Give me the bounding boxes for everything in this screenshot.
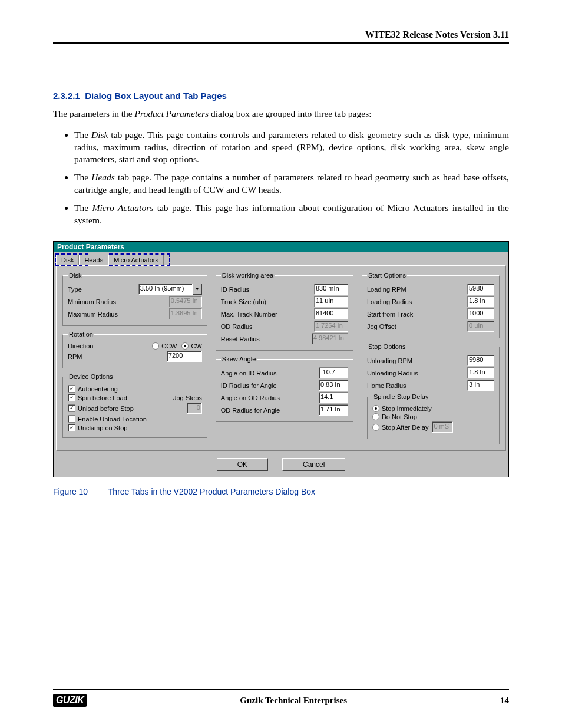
start-legend: Start Options [367, 272, 407, 279]
b1-post: tab page. This page contains controls an… [74, 130, 509, 164]
disk-working-area-fieldset: Disk working area ID Radius830 mIn Track… [216, 272, 353, 351]
jog-steps-label: Jog Steps [173, 394, 202, 401]
od-radius-angle-input[interactable]: 1.71 In [319, 404, 348, 416]
intro-post: dialog box are grouped into three tab pa… [209, 108, 371, 118]
unloading-radius-input[interactable]: 1.8 In [467, 367, 494, 378]
reset-radius-label: Reset Radius [221, 335, 260, 342]
autocentering-checkbox[interactable]: ✓Autocentering [68, 385, 118, 393]
ssd-legend: Spindle Stop Delay [372, 393, 430, 400]
section-number: 2.3.2.1 [53, 91, 80, 101]
stop-immediately-radio[interactable]: Stop Immediately [372, 405, 432, 412]
unloading-rpm-input[interactable]: 5980 [467, 355, 494, 366]
bullet-heads: The Heads tab page. The page contains a … [74, 172, 509, 196]
stop-options-fieldset: Stop Options Unloading RPM5980 Unloading… [362, 343, 500, 444]
bullet-disk: The Disk tab page. This page contains co… [74, 129, 509, 166]
jog-offset-value: 0 uIn [467, 321, 494, 332]
min-radius-value: 0.5475 In [169, 296, 202, 307]
bullet-list: The Disk tab page. This page contains co… [74, 129, 509, 227]
start-track-label: Start from Track [367, 311, 413, 318]
spin-before-label: Spin before Load [78, 394, 127, 401]
guzik-logo: GUZIK [53, 694, 87, 707]
disk-fieldset: Disk Type 3.50 In (95mm) ▼ Minimum Radiu… [62, 272, 207, 326]
loading-rpm-label: Loading RPM [367, 286, 406, 293]
stop-delay-value: 0 mS [432, 421, 453, 433]
cw-label: CW [191, 342, 201, 350]
tab-strip: Disk Heads Micro Actuators [54, 252, 508, 265]
page-header: WITE32 Release Notes Version 3.11 [53, 29, 509, 40]
tab-micro-actuators[interactable]: Micro Actuators [108, 255, 164, 265]
figure-number: Figure 10 [53, 487, 88, 496]
b2-pre: The [74, 172, 91, 182]
ccw-radio[interactable]: CCW [152, 342, 177, 350]
unclamp-label: Unclamp on Stop [78, 424, 127, 431]
type-value: 3.50 In (95mm) [138, 284, 193, 295]
b1-pre: The [74, 130, 91, 140]
jog-steps-value: 0 [187, 403, 202, 414]
stop-after-delay-radio[interactable]: Stop After Delay [372, 424, 429, 431]
rpm-input[interactable]: 7200 [167, 351, 202, 362]
intro-pre: The parameters in the [53, 108, 135, 118]
spin-before-load-checkbox[interactable]: ✓Spin before Load [68, 394, 127, 401]
dialog-titlebar: Product Parameters [54, 242, 508, 252]
min-radius-label: Minimum Radius [68, 298, 116, 305]
device-options-fieldset: Device Options ✓Autocentering ✓Spin befo… [62, 373, 207, 438]
loading-radius-input[interactable]: 1.8 In [467, 296, 494, 307]
home-radius-input[interactable]: 3 In [467, 380, 494, 391]
unload-before-label: Unload before Stop [78, 405, 134, 412]
od-radius-value: 1.7254 In [314, 321, 348, 332]
unclamp-on-stop-checkbox[interactable]: ✓Unclamp on Stop [68, 424, 127, 431]
header-rule [53, 42, 509, 44]
unload-before-stop-checkbox[interactable]: ✓Unload before Stop [68, 404, 134, 412]
section-title: Dialog Box Layout and Tab Pages [85, 91, 227, 101]
b1-em: Disk [91, 130, 108, 140]
loading-rpm-input[interactable]: 5980 [467, 284, 494, 295]
id-radius-label: ID Radius [221, 286, 249, 293]
cw-radio[interactable]: CW [181, 342, 201, 350]
enable-unload-location-checkbox[interactable]: Enable Unload Location [68, 415, 147, 423]
od-radius-angle-label: OD Radius for Angle [221, 407, 280, 414]
device-legend: Device Options [68, 373, 114, 380]
max-track-input[interactable]: 81400 [314, 308, 348, 319]
unloading-radius-label: Unloading Radius [367, 370, 418, 377]
ccw-label: CCW [161, 342, 177, 350]
footer-center: Guzik Technical Enterprises [240, 696, 347, 706]
max-radius-label: Maximum Radius [68, 311, 118, 318]
rotation-legend: Rotation [68, 331, 94, 338]
start-track-input[interactable]: 1000 [467, 308, 494, 319]
chevron-down-icon[interactable]: ▼ [193, 284, 202, 295]
product-parameters-dialog: Product Parameters Disk Heads Micro Actu… [53, 241, 509, 477]
cancel-button[interactable]: Cancel [282, 458, 345, 471]
do-not-stop-radio[interactable]: Do Not Stop [372, 413, 417, 420]
page-footer: GUZIK Guzik Technical Enterprises 14 [53, 687, 509, 707]
rpm-label: RPM [68, 353, 82, 360]
track-size-input[interactable]: 11 uIn [314, 296, 348, 307]
type-select[interactable]: 3.50 In (95mm) ▼ [138, 284, 202, 295]
reset-radius-value: 4.98421 In [312, 333, 348, 344]
figure-text: Three Tabs in the V2002 Product Paramete… [108, 487, 315, 496]
id-radius-input[interactable]: 830 mIn [314, 284, 348, 295]
loading-radius-label: Loading Radius [367, 298, 412, 305]
angle-id-input[interactable]: -10.7 [319, 367, 348, 378]
id-radius-angle-label: ID Radius for Angle [221, 382, 277, 389]
angle-od-label: Angle on OD Radius [221, 394, 280, 401]
tab-heads[interactable]: Heads [79, 255, 108, 265]
b3-pre: The [74, 203, 92, 213]
skew-legend: Skew Angle [221, 355, 257, 363]
page-number: 14 [500, 696, 509, 706]
spindle-stop-delay-fieldset: Spindle Stop Delay Stop Immediately Do N… [367, 393, 494, 439]
ok-button[interactable]: OK [217, 458, 268, 471]
figure-caption: Figure 10 Three Tabs in the V2002 Produc… [53, 487, 509, 496]
b2-em: Heads [91, 172, 115, 182]
od-radius-label: OD Radius [221, 323, 253, 330]
disk-legend: Disk [68, 272, 82, 279]
tab-panel-disk: Disk Type 3.50 In (95mm) ▼ Minimum Radiu… [56, 265, 506, 451]
tab-disk[interactable]: Disk [56, 255, 79, 265]
angle-od-input[interactable]: 14.1 [319, 392, 348, 403]
direction-label: Direction [68, 342, 93, 350]
id-radius-angle-input[interactable]: 0.83 In [319, 380, 348, 391]
jog-offset-label: Jog Offset [367, 323, 396, 330]
start-options-fieldset: Start Options Loading RPM5980 Loading Ra… [362, 272, 500, 338]
max-track-label: Max. Track Number [221, 311, 277, 318]
work-legend: Disk working area [221, 272, 275, 279]
b3-em: Micro Actuators [92, 203, 154, 213]
